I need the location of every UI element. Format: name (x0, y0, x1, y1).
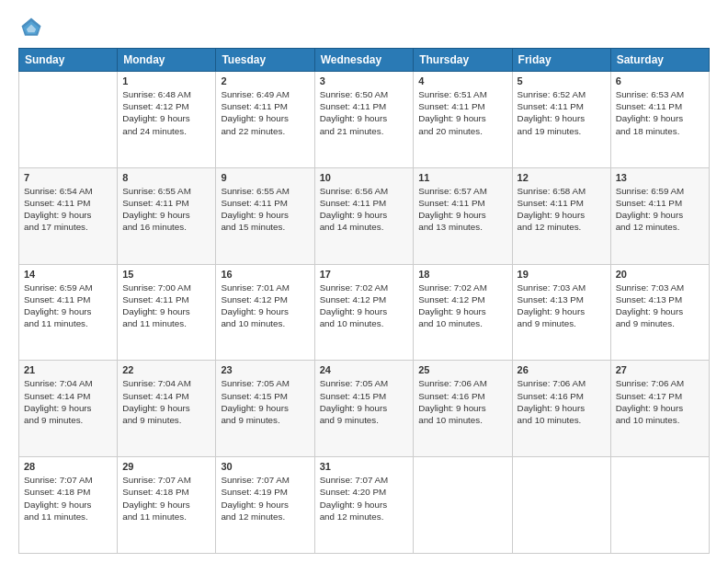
weekday-header-row: SundayMondayTuesdayWednesdayThursdayFrid… (19, 49, 710, 72)
calendar-cell: 4Sunrise: 6:51 AMSunset: 4:11 PMDaylight… (414, 72, 512, 168)
weekday-header-friday: Friday (512, 49, 610, 72)
calendar-cell (610, 457, 709, 554)
day-info: Sunrise: 7:07 AMSunset: 4:19 PMDaylight:… (221, 474, 309, 523)
calendar-cell: 25Sunrise: 7:06 AMSunset: 4:16 PMDayligh… (414, 361, 512, 457)
calendar-cell: 28Sunrise: 7:07 AMSunset: 4:18 PMDayligh… (19, 457, 118, 554)
calendar-cell: 31Sunrise: 7:07 AMSunset: 4:20 PMDayligh… (314, 457, 414, 554)
calendar-cell: 13Sunrise: 6:59 AMSunset: 4:11 PMDayligh… (610, 167, 709, 264)
calendar-cell: 22Sunrise: 7:04 AMSunset: 4:14 PMDayligh… (118, 361, 216, 457)
calendar-cell (414, 457, 512, 554)
calendar-cell: 5Sunrise: 6:52 AMSunset: 4:11 PMDaylight… (512, 72, 610, 168)
day-info: Sunrise: 7:05 AMSunset: 4:15 PMDaylight:… (320, 377, 409, 426)
calendar-cell: 6Sunrise: 6:53 AMSunset: 4:11 PMDaylight… (610, 72, 709, 168)
day-number: 27 (616, 364, 704, 375)
calendar-cell: 29Sunrise: 7:07 AMSunset: 4:18 PMDayligh… (118, 457, 216, 554)
day-info: Sunrise: 6:59 AMSunset: 4:11 PMDaylight:… (616, 185, 704, 234)
calendar-cell: 3Sunrise: 6:50 AMSunset: 4:11 PMDaylight… (314, 72, 414, 168)
week-row-1: 1Sunrise: 6:48 AMSunset: 4:12 PMDaylight… (19, 72, 710, 168)
calendar-cell: 14Sunrise: 6:59 AMSunset: 4:11 PMDayligh… (19, 264, 118, 361)
day-number: 11 (418, 172, 506, 183)
day-number: 20 (616, 269, 704, 280)
day-number: 12 (518, 172, 606, 183)
day-info: Sunrise: 7:06 AMSunset: 4:17 PMDaylight:… (616, 377, 704, 426)
day-info: Sunrise: 6:56 AMSunset: 4:11 PMDaylight:… (320, 185, 409, 234)
calendar-cell: 1Sunrise: 6:48 AMSunset: 4:12 PMDaylight… (118, 72, 216, 168)
day-number: 24 (320, 364, 409, 375)
day-info: Sunrise: 7:06 AMSunset: 4:16 PMDaylight:… (418, 377, 506, 426)
week-row-2: 7Sunrise: 6:54 AMSunset: 4:11 PMDaylight… (19, 167, 710, 264)
day-info: Sunrise: 7:07 AMSunset: 4:18 PMDaylight:… (122, 474, 210, 523)
day-info: Sunrise: 7:02 AMSunset: 4:12 PMDaylight:… (320, 282, 409, 330)
day-info: Sunrise: 7:03 AMSunset: 4:13 PMDaylight:… (616, 282, 704, 330)
calendar-cell: 27Sunrise: 7:06 AMSunset: 4:17 PMDayligh… (610, 361, 709, 457)
week-row-5: 28Sunrise: 7:07 AMSunset: 4:18 PMDayligh… (19, 457, 710, 554)
day-number: 7 (24, 172, 112, 183)
logo-icon (18, 15, 44, 40)
logo (18, 15, 48, 40)
day-number: 30 (221, 461, 309, 472)
calendar-cell: 11Sunrise: 6:57 AMSunset: 4:11 PMDayligh… (414, 167, 512, 264)
weekday-header-thursday: Thursday (414, 49, 512, 72)
day-number: 5 (518, 75, 606, 86)
day-info: Sunrise: 6:52 AMSunset: 4:11 PMDaylight:… (518, 88, 606, 137)
calendar-cell (19, 72, 118, 168)
header (18, 15, 710, 40)
calendar-cell: 16Sunrise: 7:01 AMSunset: 4:12 PMDayligh… (216, 264, 314, 361)
day-number: 3 (320, 75, 409, 86)
day-number: 18 (418, 269, 506, 280)
calendar-cell: 7Sunrise: 6:54 AMSunset: 4:11 PMDaylight… (19, 167, 118, 264)
day-info: Sunrise: 6:57 AMSunset: 4:11 PMDaylight:… (418, 185, 506, 234)
weekday-header-tuesday: Tuesday (216, 49, 314, 72)
day-info: Sunrise: 7:06 AMSunset: 4:16 PMDaylight:… (518, 377, 606, 426)
day-number: 26 (518, 364, 606, 375)
calendar-cell: 10Sunrise: 6:56 AMSunset: 4:11 PMDayligh… (314, 167, 414, 264)
day-info: Sunrise: 6:49 AMSunset: 4:11 PMDaylight:… (221, 88, 309, 137)
day-info: Sunrise: 7:00 AMSunset: 4:11 PMDaylight:… (122, 282, 210, 330)
week-row-4: 21Sunrise: 7:04 AMSunset: 4:14 PMDayligh… (19, 361, 710, 457)
weekday-header-monday: Monday (118, 49, 216, 72)
calendar-cell: 20Sunrise: 7:03 AMSunset: 4:13 PMDayligh… (610, 264, 709, 361)
day-number: 22 (122, 364, 210, 375)
day-info: Sunrise: 7:04 AMSunset: 4:14 PMDaylight:… (24, 377, 112, 426)
weekday-header-sunday: Sunday (19, 49, 118, 72)
day-number: 17 (320, 269, 409, 280)
calendar-cell: 17Sunrise: 7:02 AMSunset: 4:12 PMDayligh… (314, 264, 414, 361)
calendar-cell: 30Sunrise: 7:07 AMSunset: 4:19 PMDayligh… (216, 457, 314, 554)
day-info: Sunrise: 6:58 AMSunset: 4:11 PMDaylight:… (518, 185, 606, 234)
day-info: Sunrise: 7:07 AMSunset: 4:20 PMDaylight:… (320, 474, 409, 523)
weekday-header-wednesday: Wednesday (314, 49, 414, 72)
page: SundayMondayTuesdayWednesdayThursdayFrid… (0, 0, 728, 563)
calendar-cell: 23Sunrise: 7:05 AMSunset: 4:15 PMDayligh… (216, 361, 314, 457)
day-info: Sunrise: 7:04 AMSunset: 4:14 PMDaylight:… (122, 377, 210, 426)
day-number: 29 (122, 461, 210, 472)
calendar-cell: 19Sunrise: 7:03 AMSunset: 4:13 PMDayligh… (512, 264, 610, 361)
day-number: 9 (221, 172, 309, 183)
calendar-cell: 9Sunrise: 6:55 AMSunset: 4:11 PMDaylight… (216, 167, 314, 264)
calendar-cell: 26Sunrise: 7:06 AMSunset: 4:16 PMDayligh… (512, 361, 610, 457)
day-info: Sunrise: 6:55 AMSunset: 4:11 PMDaylight:… (221, 185, 309, 234)
weekday-header-saturday: Saturday (610, 49, 709, 72)
day-info: Sunrise: 6:48 AMSunset: 4:12 PMDaylight:… (122, 88, 210, 137)
day-info: Sunrise: 7:02 AMSunset: 4:12 PMDaylight:… (418, 282, 506, 330)
day-number: 13 (616, 172, 704, 183)
week-row-3: 14Sunrise: 6:59 AMSunset: 4:11 PMDayligh… (19, 264, 710, 361)
day-number: 16 (221, 269, 309, 280)
day-info: Sunrise: 7:03 AMSunset: 4:13 PMDaylight:… (518, 282, 606, 330)
day-number: 1 (122, 75, 210, 86)
day-info: Sunrise: 6:51 AMSunset: 4:11 PMDaylight:… (418, 88, 506, 137)
day-number: 14 (24, 269, 112, 280)
day-info: Sunrise: 6:50 AMSunset: 4:11 PMDaylight:… (320, 88, 409, 137)
calendar-cell: 12Sunrise: 6:58 AMSunset: 4:11 PMDayligh… (512, 167, 610, 264)
day-number: 6 (616, 75, 704, 86)
day-number: 10 (320, 172, 409, 183)
calendar-cell: 21Sunrise: 7:04 AMSunset: 4:14 PMDayligh… (19, 361, 118, 457)
calendar-cell (512, 457, 610, 554)
day-number: 19 (518, 269, 606, 280)
calendar-cell: 8Sunrise: 6:55 AMSunset: 4:11 PMDaylight… (118, 167, 216, 264)
day-number: 25 (418, 364, 506, 375)
day-number: 31 (320, 461, 409, 472)
calendar-cell: 18Sunrise: 7:02 AMSunset: 4:12 PMDayligh… (414, 264, 512, 361)
day-info: Sunrise: 6:54 AMSunset: 4:11 PMDaylight:… (24, 185, 112, 234)
day-number: 28 (24, 461, 112, 472)
calendar-table: SundayMondayTuesdayWednesdayThursdayFrid… (18, 48, 710, 554)
